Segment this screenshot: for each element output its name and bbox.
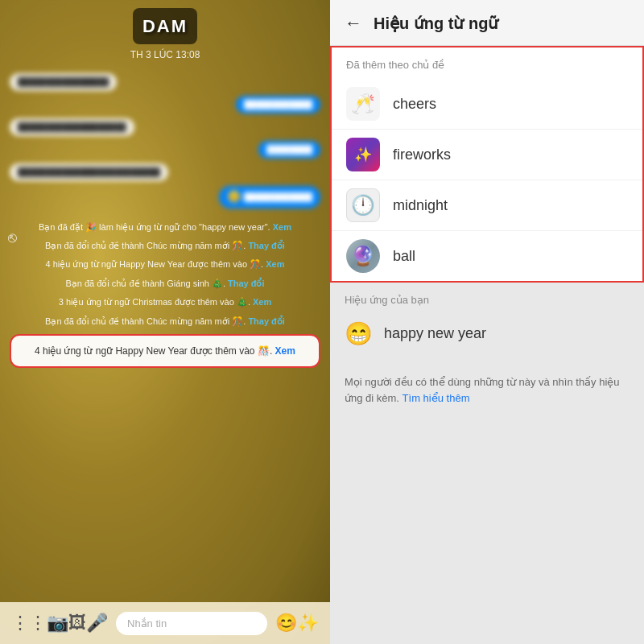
info-text: Mọi người đều có thể dùng những từ này v… xyxy=(330,363,644,417)
ball-icon: 🔮 xyxy=(346,239,380,273)
fireworks-label: fireworks xyxy=(393,147,451,163)
highlighted-message-link[interactable]: Xem xyxy=(275,345,295,357)
image-icon[interactable]: 🖼 xyxy=(68,613,86,634)
effect-item-fireworks[interactable]: ✨ fireworks xyxy=(332,130,642,180)
back-button[interactable]: ← xyxy=(345,13,362,34)
info-description: Mọi người đều có thể dùng những từ này v… xyxy=(345,376,620,404)
effects-section-label: Đã thêm theo chủ đề xyxy=(332,47,642,79)
highlighted-message-text: 4 hiệu ứng từ ngữ Happy New Year được th… xyxy=(35,345,272,357)
fireworks-icon: ✨ xyxy=(346,138,380,171)
list-item: █████████████████████████ xyxy=(10,163,168,181)
list-item: ████████████████ xyxy=(10,73,117,91)
right-panel-header: ← Hiệu ứng từ ngữ xyxy=(330,0,644,46)
your-effects-label: Hiệu ứng của bạn xyxy=(345,294,630,306)
chat-panel: DAM TH 3 LÚC 13:08 ████████████████ ████… xyxy=(0,0,330,644)
effect-item-ball[interactable]: 🔮 ball xyxy=(332,231,642,281)
grid-icon[interactable]: ⋮⋮ xyxy=(11,613,47,634)
panel-title: Hiệu ứng từ ngữ xyxy=(374,14,498,33)
sys-msg-1: Bạn đã đặt 🎉 làm hiệu ứng từ ngữ cho "ha… xyxy=(10,221,320,233)
your-effect-emoji: 😁 xyxy=(345,320,373,347)
system-messages: Bạn đã đặt 🎉 làm hiệu ứng từ ngữ cho "ha… xyxy=(0,218,330,371)
list-item: ████████ xyxy=(258,141,320,159)
highlighted-message-box: 4 hiệu ứng từ ngữ Happy New Year được th… xyxy=(10,334,320,368)
effect-item-midnight[interactable]: 🕛 midnight xyxy=(332,180,642,231)
emoji-icon[interactable]: 😊 xyxy=(275,613,297,634)
sys-msg-5: 3 hiệu ứng từ ngữ Christmas được thêm và… xyxy=(10,296,320,308)
sys-msg-6: Bạn đã đổi chủ đề thành Chúc mừng năm mớ… xyxy=(10,316,320,328)
list-item: ███████████████████ xyxy=(10,118,134,136)
chat-header: DAM TH 3 LÚC 13:08 xyxy=(0,0,330,67)
sparkle-icon[interactable]: ✨ xyxy=(297,613,319,634)
cheers-icon: 🥂 xyxy=(346,87,380,121)
chat-messages: ████████████████ ████████████ ██████████… xyxy=(0,67,330,215)
info-link[interactable]: Tìm hiểu thêm xyxy=(402,392,470,404)
sys-msg-4: Bạn đã đổi chủ đề thành Giáng sinh 🎄. Th… xyxy=(10,278,320,290)
effect-item-cheers[interactable]: 🥂 cheers xyxy=(332,79,642,130)
ball-label: ball xyxy=(393,248,415,265)
camera-icon[interactable]: 📷 xyxy=(47,613,68,634)
chat-avatar: DAM xyxy=(133,8,197,44)
your-effect-text: happy new year xyxy=(384,325,486,342)
sys-msg-3: 4 hiệu ứng từ ngữ Happy New Year được th… xyxy=(10,258,320,270)
list-item: ████████████ xyxy=(236,96,320,114)
your-effect-item: 😁 happy new year xyxy=(345,316,630,352)
chat-toolbar: ⋮⋮ 📷 🖼 🎤 Nhắn tin 😊 ✨ xyxy=(0,602,330,644)
message-input[interactable]: Nhắn tin xyxy=(116,612,267,635)
chat-time: TH 3 LÚC 13:08 xyxy=(130,49,200,60)
sys-msg-2: Bạn đã đổi chủ đề thành Chúc mừng năm mớ… xyxy=(10,240,320,252)
right-panel: ← Hiệu ứng từ ngữ Đã thêm theo chủ đề 🥂 … xyxy=(330,0,644,644)
mic-icon[interactable]: 🎤 xyxy=(86,613,108,634)
midnight-label: midnight xyxy=(393,197,448,214)
cheers-label: cheers xyxy=(393,96,436,113)
effects-card: Đã thêm theo chủ đề 🥂 cheers ✨ fireworks… xyxy=(330,46,644,283)
your-effects-section: Hiệu ứng của bạn 😁 happy new year xyxy=(330,283,644,363)
share-icon[interactable]: ⎋ xyxy=(8,229,17,246)
midnight-icon: 🕛 xyxy=(346,188,380,222)
list-item: 😊████████████ xyxy=(219,186,320,208)
